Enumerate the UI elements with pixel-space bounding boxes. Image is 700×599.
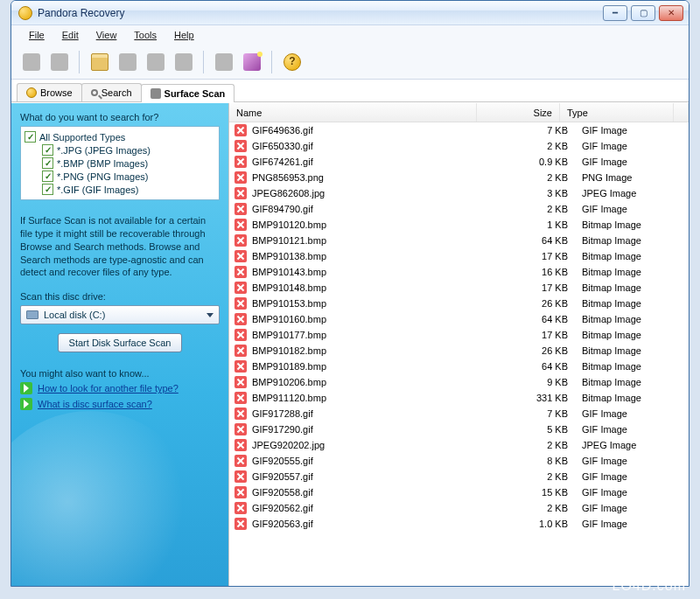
- arrow-right-icon: [20, 382, 32, 394]
- file-type: Bitmap Image: [575, 314, 689, 324]
- checkbox-filetype[interactable]: ✓*.JPG (JPEG Images): [24, 143, 214, 157]
- file-size: 1.0 KB: [492, 519, 575, 529]
- close-button[interactable]: ✕: [659, 5, 683, 21]
- toolbar-back-button[interactable]: [20, 51, 43, 73]
- table-row[interactable]: GIF917288.gif7 KBGIF Image: [229, 406, 689, 421]
- scan-icon: [150, 88, 161, 99]
- toolbar-preview-button[interactable]: [213, 51, 235, 73]
- file-type: Bitmap Image: [575, 282, 689, 293]
- maximize-button[interactable]: ▢: [631, 5, 655, 21]
- tab-browse[interactable]: Browse: [17, 83, 82, 101]
- table-row[interactable]: PNG856953.png2 KBPNG Image: [229, 170, 689, 185]
- toolbar-copy-button[interactable]: [144, 51, 167, 73]
- deleted-file-icon: [234, 266, 247, 278]
- toolbar-separator: [79, 51, 80, 73]
- search-prompt: What do you want to search for?: [20, 112, 220, 122]
- file-size: 3 KB: [492, 188, 575, 199]
- column-type[interactable]: Type: [560, 103, 674, 122]
- toolbar-forward-button[interactable]: [48, 51, 71, 73]
- column-name[interactable]: Name: [229, 103, 477, 122]
- file-size: 7 KB: [492, 125, 575, 136]
- deleted-file-icon: [234, 329, 247, 341]
- info-text: If Surface Scan is not available for a c…: [20, 214, 220, 279]
- deleted-file-icon: [234, 345, 247, 357]
- search-icon: [91, 89, 98, 96]
- drive-selected-value: Local disk (C:): [44, 310, 105, 320]
- table-row[interactable]: GIF649636.gif7 KBGIF Image: [229, 122, 689, 138]
- browse-icon: [26, 87, 37, 98]
- link-other-filetype[interactable]: How to look for another file type?: [38, 383, 178, 394]
- drive-select[interactable]: Local disk (C:): [20, 305, 220, 324]
- table-row[interactable]: BMP910160.bmp64 KBBitmap Image: [229, 311, 689, 327]
- table-row[interactable]: GIF920563.gif1.0 KBGIF Image: [229, 516, 689, 532]
- file-rows[interactable]: GIF649636.gif7 KBGIF ImageGIF650330.gif2…: [229, 122, 689, 586]
- table-row[interactable]: JPEG862608.jpg3 KBJPEG Image: [229, 185, 689, 201]
- file-size: 7 KB: [492, 408, 575, 419]
- table-row[interactable]: BMP910177.bmp17 KBBitmap Image: [229, 327, 689, 343]
- tab-label: Surface Scan: [164, 88, 226, 99]
- file-type: GIF Image: [575, 503, 689, 513]
- toolbar-props-button[interactable]: [172, 51, 195, 73]
- start-scan-button[interactable]: Start Disk Surface Scan: [58, 333, 183, 352]
- table-row[interactable]: GIF920555.gif8 KBGIF Image: [229, 453, 689, 469]
- table-row[interactable]: BMP911120.bmp331 KBBitmap Image: [229, 390, 689, 406]
- deleted-file-icon: [234, 486, 247, 498]
- file-size: 64 KB: [492, 235, 575, 246]
- tab-surface-scan[interactable]: Surface Scan: [141, 84, 235, 102]
- table-row[interactable]: GIF920557.gif2 KBGIF Image: [229, 469, 689, 484]
- deleted-file-icon: [234, 234, 247, 247]
- file-types-box: ✓ All Supported Types ✓*.JPG (JPEG Image…: [20, 126, 220, 200]
- table-row[interactable]: BMP910182.bmp26 KBBitmap Image: [229, 343, 689, 359]
- checkbox-filetype[interactable]: ✓*.BMP (BMP Images): [24, 157, 214, 170]
- table-row[interactable]: JPEG920202.jpg2 KBJPEG Image: [229, 437, 689, 453]
- table-row[interactable]: BMP910153.bmp26 KBBitmap Image: [229, 296, 689, 311]
- checkbox-icon: ✓: [42, 157, 53, 169]
- table-row[interactable]: BMP910206.bmp9 KBBitmap Image: [229, 374, 689, 390]
- tab-search[interactable]: Search: [81, 83, 142, 101]
- toolbar-recover-button[interactable]: [116, 51, 139, 73]
- toolbar-separator: [271, 51, 273, 73]
- table-row[interactable]: BMP910138.bmp17 KBBitmap Image: [229, 248, 689, 264]
- table-row[interactable]: GIF674261.gif0.9 KBGIF Image: [229, 154, 689, 170]
- table-row[interactable]: BMP910143.bmp16 KBBitmap Image: [229, 264, 689, 280]
- file-size: 26 KB: [492, 298, 575, 309]
- file-size: 9 KB: [492, 377, 575, 387]
- titlebar[interactable]: Pandora Recovery ━ ▢ ✕: [11, 1, 689, 25]
- checkbox-icon: ✓: [42, 171, 53, 182]
- checkbox-all-types[interactable]: ✓ All Supported Types: [24, 130, 214, 143]
- file-size: 15 KB: [492, 487, 575, 498]
- menubar: File Edit View Tools Help: [11, 25, 689, 45]
- file-size: 2 KB: [492, 503, 575, 513]
- deleted-file-icon: [234, 407, 247, 420]
- toolbar-wizard-button[interactable]: [241, 51, 263, 73]
- menu-view[interactable]: View: [89, 28, 124, 42]
- menu-edit[interactable]: Edit: [55, 28, 86, 42]
- content-area: What do you want to search for? ✓ All Su…: [11, 102, 689, 586]
- file-type: Bitmap Image: [575, 377, 689, 387]
- tab-label: Browse: [40, 87, 73, 98]
- table-row[interactable]: GIF894790.gif2 KBGIF Image: [229, 201, 689, 217]
- window-title: Pandora Recovery: [38, 7, 603, 19]
- file-size: 2 KB: [492, 141, 575, 151]
- link-what-is-scan[interactable]: What is disc surface scan?: [38, 399, 152, 409]
- table-row[interactable]: GIF920562.gif2 KBGIF Image: [229, 500, 689, 516]
- table-row[interactable]: GIF917290.gif5 KBGIF Image: [229, 421, 689, 437]
- table-row[interactable]: BMP910120.bmp1 KBBitmap Image: [229, 217, 689, 233]
- table-row[interactable]: GIF650330.gif2 KBGIF Image: [229, 138, 689, 154]
- minimize-button[interactable]: ━: [603, 5, 627, 21]
- file-name: GIF920563.gif: [252, 519, 492, 529]
- menu-tools[interactable]: Tools: [127, 28, 164, 42]
- table-row[interactable]: BMP910148.bmp17 KBBitmap Image: [229, 280, 689, 296]
- table-row[interactable]: BMP910189.bmp64 KBBitmap Image: [229, 359, 689, 374]
- table-row[interactable]: GIF920558.gif15 KBGIF Image: [229, 484, 689, 500]
- menu-help[interactable]: Help: [167, 28, 201, 42]
- toolbar-help-button[interactable]: [281, 51, 304, 73]
- table-row[interactable]: BMP910121.bmp64 KBBitmap Image: [229, 233, 689, 248]
- column-size[interactable]: Size: [477, 103, 560, 122]
- checkbox-filetype[interactable]: ✓*.GIF (GIF Images): [24, 183, 214, 196]
- file-name: GIF650330.gif: [252, 141, 492, 151]
- menu-file[interactable]: File: [22, 28, 52, 42]
- toolbar-open-button[interactable]: [88, 51, 111, 73]
- checkbox-filetype[interactable]: ✓*.PNG (PNG Images): [24, 170, 214, 183]
- file-size: 26 KB: [492, 345, 575, 356]
